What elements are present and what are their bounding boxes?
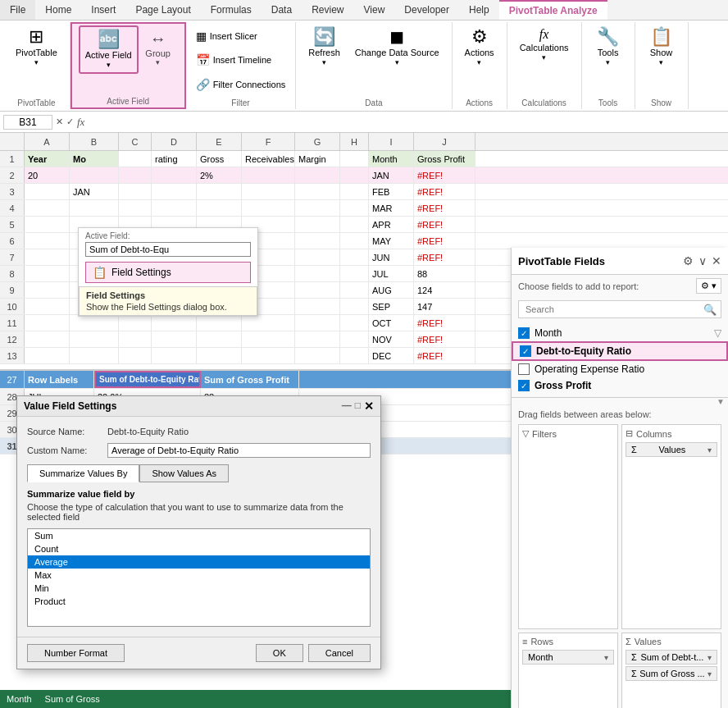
cell-i13[interactable]: DEC (369, 348, 414, 363)
cell-f11[interactable] (242, 315, 295, 331)
field-settings-menu-item[interactable]: 📋 Field Settings (85, 262, 251, 283)
cell-e12[interactable] (197, 331, 242, 347)
cell-h11[interactable] (340, 315, 369, 331)
cell-a2[interactable]: 20 (25, 167, 70, 183)
cell-h4[interactable] (340, 200, 369, 216)
pivot-field-debt-checkbox[interactable]: ✓ (520, 345, 531, 357)
cell-g4[interactable] (295, 200, 340, 216)
tab-insert[interactable]: Insert (81, 0, 125, 20)
vfs-close-button[interactable]: ✕ (364, 400, 374, 413)
cell-g6[interactable] (295, 233, 340, 249)
vfs-list-item-product[interactable]: Product (28, 595, 370, 608)
cell-h3[interactable] (340, 184, 369, 199)
tab-data[interactable]: Data (262, 0, 302, 20)
cell-g7[interactable] (295, 249, 340, 265)
cell-b11[interactable] (70, 315, 119, 331)
vfs-list-item-min[interactable]: Min (28, 582, 370, 595)
cell-f12[interactable] (242, 331, 295, 347)
cell-g3[interactable] (295, 184, 340, 199)
tab-view[interactable]: View (354, 0, 395, 20)
cell-j13[interactable]: #REF! (414, 348, 475, 363)
pivot-values-debt-dropdown-icon[interactable]: ▾ (708, 653, 712, 662)
pivot-col-debt[interactable]: Sum of Debt-to-Equity Ratio (94, 371, 201, 388)
cell-i6[interactable]: MAY (369, 233, 414, 249)
cell-e13[interactable] (197, 348, 242, 363)
pivot-values-gross-item[interactable]: Σ Sum of Gross ... ▾ (626, 666, 717, 681)
cell-j7[interactable]: #REF! (414, 249, 475, 265)
cell-j3[interactable]: #REF! (414, 184, 475, 199)
pivot-field-gross-checkbox[interactable]: ✓ (518, 380, 530, 391)
cell-b12[interactable] (70, 331, 119, 347)
pivot-field-operating-checkbox[interactable] (518, 363, 530, 375)
pivot-rows-month-dropdown-icon[interactable]: ▾ (604, 653, 608, 662)
cell-i10[interactable]: SEP (369, 299, 414, 314)
cell-f3[interactable] (242, 184, 295, 199)
filter-connections-button[interactable]: 🔗 Filter Connections (193, 76, 289, 93)
tools-button[interactable]: 🔧 Tools ▾ (589, 24, 628, 71)
cell-g2[interactable] (295, 167, 340, 183)
cell-g1[interactable]: Margin (295, 151, 340, 167)
cell-i3[interactable]: FEB (369, 184, 414, 199)
pivot-columns-values-dropdown-icon[interactable]: ▾ (708, 445, 712, 454)
tab-file[interactable]: File (0, 0, 35, 20)
cell-j1[interactable]: Gross Profit (414, 151, 475, 167)
cell-e1[interactable]: Gross (197, 151, 242, 167)
col-header-c[interactable]: C (119, 133, 152, 150)
cell-i8[interactable]: JUL (369, 266, 414, 281)
vfs-cancel-button[interactable]: Cancel (308, 644, 371, 662)
formula-input[interactable] (89, 116, 725, 129)
cell-h9[interactable] (340, 282, 369, 298)
cell-h1[interactable] (340, 151, 369, 167)
pivot-values-gross-dropdown-icon[interactable]: ▾ (708, 669, 712, 678)
cell-e11[interactable] (197, 315, 242, 331)
pivot-settings-icon[interactable]: ⚙ (683, 254, 694, 267)
cell-a3[interactable] (25, 184, 70, 199)
pivot-field-gross-profit[interactable]: ✓ Gross Profit (512, 377, 728, 394)
cell-g12[interactable] (295, 331, 340, 347)
cell-d2[interactable] (152, 167, 197, 183)
pivot-col-rowlabels[interactable]: Row Labels (25, 371, 94, 388)
cell-a8[interactable] (25, 266, 70, 281)
cell-f1[interactable]: Receivables (242, 151, 295, 167)
tab-developer[interactable]: Developer (394, 0, 459, 20)
tab-review[interactable]: Review (302, 0, 353, 20)
tab-help[interactable]: Help (459, 0, 499, 20)
change-data-source-button[interactable]: ◼ Change Data Source ▾ (349, 24, 445, 71)
cell-h8[interactable] (340, 266, 369, 281)
cell-j11[interactable]: #REF! (414, 315, 475, 331)
cell-h13[interactable] (340, 348, 369, 363)
cell-f2[interactable] (242, 167, 295, 183)
cell-a1[interactable]: Year (25, 151, 70, 167)
cell-h12[interactable] (340, 331, 369, 347)
cell-a5[interactable] (25, 217, 70, 232)
cell-a12[interactable] (25, 331, 70, 347)
number-format-button[interactable]: Number Format (27, 644, 125, 662)
refresh-button[interactable]: 🔄 Refresh ▾ (303, 24, 346, 71)
pivot-field-operating-expense[interactable]: Operating Expense Ratio (512, 361, 728, 377)
pivot-field-month-checkbox[interactable]: ✓ (518, 327, 530, 339)
active-field-popup-input[interactable] (85, 242, 251, 257)
vfs-tab-summarize[interactable]: Summarize Values By (27, 464, 139, 482)
pivot-columns-values-item[interactable]: Σ Values ▾ (626, 442, 717, 457)
vfs-maximize-icon[interactable]: □ (355, 400, 361, 413)
cell-i1[interactable]: Month (369, 151, 414, 167)
cell-g5[interactable] (295, 217, 340, 232)
cell-c2[interactable] (119, 167, 152, 183)
pivottable-button[interactable]: ⊞ PivotTable ▾ (10, 24, 63, 71)
cell-j5[interactable]: #REF! (414, 217, 475, 232)
vfs-ok-button[interactable]: OK (256, 644, 303, 662)
tab-pivottable-analyze[interactable]: PivotTable Analyze (499, 0, 607, 20)
cell-b13[interactable] (70, 348, 119, 363)
cell-b3[interactable]: JAN (70, 184, 119, 199)
cell-j4[interactable]: #REF! (414, 200, 475, 216)
pivot-search-input[interactable] (518, 300, 721, 318)
pivot-chevron-down-icon[interactable]: ∨ (698, 254, 707, 267)
col-header-f[interactable]: F (242, 133, 295, 150)
col-header-j[interactable]: J (414, 133, 475, 150)
cell-h7[interactable] (340, 249, 369, 265)
tab-formulas[interactable]: Formulas (201, 0, 262, 20)
cell-i11[interactable]: OCT (369, 315, 414, 331)
pivot-rows-month-item[interactable]: Month ▾ (522, 650, 614, 665)
cell-h6[interactable] (340, 233, 369, 249)
cell-g13[interactable] (295, 348, 340, 363)
